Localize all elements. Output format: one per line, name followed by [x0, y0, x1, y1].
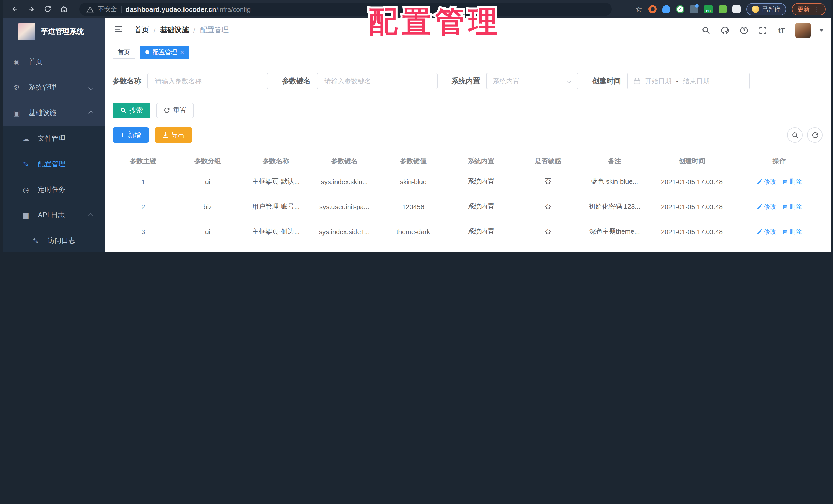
- sidebar-item-5[interactable]: ◷定时任务: [3, 177, 105, 203]
- delete-link[interactable]: 删除: [782, 177, 802, 186]
- extension-icon-gray-box[interactable]: [690, 5, 698, 13]
- param-key-input[interactable]: [324, 77, 431, 85]
- filter-form: 参数名称 参数键名 系统内置 系统内置 创建时间: [113, 73, 823, 90]
- table-cell: 否: [515, 169, 581, 194]
- delete-link-label: 删除: [789, 177, 802, 186]
- tab-label: 首页: [118, 48, 130, 56]
- search-button-label: 搜索: [129, 106, 143, 115]
- search-button[interactable]: [701, 25, 711, 35]
- chevron-up-icon: [88, 110, 93, 116]
- sidebar-item-7[interactable]: ✎访问日志: [3, 228, 105, 252]
- tab-home[interactable]: 首页: [113, 46, 135, 59]
- table-cell: xxx: [242, 244, 310, 252]
- address-bar[interactable]: 不安全 dashboard.yudao.iocoder.cn/infra/con…: [79, 3, 612, 16]
- extension-icon-green-check[interactable]: ✓: [676, 5, 684, 13]
- api-log-icon: ▤: [22, 211, 30, 219]
- breadcrumb-separator: /: [193, 26, 195, 34]
- sidebar-item-2[interactable]: ▣基础设施: [3, 100, 105, 126]
- table-cell: 否: [515, 219, 581, 244]
- table-cell: 3: [113, 219, 174, 244]
- breadcrumb-home[interactable]: 首页: [135, 26, 149, 35]
- column-header: 是否敏感: [515, 153, 581, 169]
- tags-view-bar: 首页 配置管理 ×: [105, 43, 831, 62]
- filter-label: 系统内置: [451, 76, 480, 86]
- table-cell: 系统内置: [448, 169, 515, 194]
- reset-button[interactable]: 重置: [156, 103, 194, 118]
- table-cell: 123456: [379, 194, 448, 219]
- sidebar-item-3[interactable]: ☁文件管理: [3, 126, 105, 151]
- extensions-puzzle-icon[interactable]: [733, 5, 741, 13]
- chevron-down-icon: [88, 85, 93, 90]
- sidebar-item-0[interactable]: ◉首页: [3, 49, 105, 75]
- warning-icon: [87, 6, 94, 12]
- browser-menu-dots-icon[interactable]: ⋮: [814, 6, 820, 13]
- avatar[interactable]: [795, 23, 811, 38]
- table-cell: 否: [515, 244, 581, 252]
- table-cell: 2021-01-05 17:03:48: [648, 194, 736, 219]
- column-header: 参数键名: [310, 153, 379, 169]
- delete-link[interactable]: 删除: [782, 202, 802, 211]
- sidebar-item-4[interactable]: ✎配置管理: [3, 151, 105, 177]
- edit-link-label: 修改: [764, 202, 776, 211]
- breadcrumb-current: 配置管理: [200, 26, 229, 35]
- table-cell: sys.user.init-pa...: [310, 194, 379, 219]
- extension-icon-green-dot[interactable]: [719, 5, 727, 13]
- search-submit-button[interactable]: 搜索: [113, 103, 150, 118]
- app-logo-row[interactable]: 芋道管理系统: [3, 19, 105, 45]
- column-header: 创建时间: [648, 153, 736, 169]
- chevron-down-icon[interactable]: [819, 29, 824, 31]
- extension-icon-cn-badge[interactable]: cn: [704, 5, 713, 13]
- reset-button-label: 重置: [173, 106, 186, 115]
- sidebar-item-label: 访问日志: [48, 236, 75, 246]
- breadcrumb-infra[interactable]: 基础设施: [160, 26, 189, 35]
- fullscreen-button[interactable]: [758, 25, 768, 35]
- extension-icon-orange-ring[interactable]: [648, 5, 657, 13]
- sidebar-item-label: 配置管理: [38, 159, 66, 169]
- refresh-table-button[interactable]: [807, 127, 823, 143]
- sidebar-toggle-button[interactable]: [114, 25, 125, 36]
- infrastructure-icon: ▣: [13, 109, 21, 117]
- help-button[interactable]: [739, 25, 749, 35]
- extension-icon-blue-pin[interactable]: [662, 5, 670, 13]
- browser-extensions-area: ☆ ✓ cn 已暂停 更新 ⋮: [635, 3, 826, 15]
- chevron-down-icon: [566, 78, 571, 84]
- date-range-picker[interactable]: 开始日期 - 结束日期: [627, 73, 750, 90]
- table-cell: sys.index.sideT...: [310, 219, 379, 244]
- sidebar-menu: ◉首页⚙系统管理▣基础设施☁文件管理✎配置管理◷定时任务▤API 日志✎访问日志…: [3, 49, 105, 252]
- browser-forward-button[interactable]: [25, 3, 38, 15]
- edit-link[interactable]: 修改: [757, 177, 776, 186]
- close-tab-icon[interactable]: ×: [180, 49, 184, 55]
- tab-config[interactable]: 配置管理 ×: [140, 46, 189, 59]
- delete-link[interactable]: 删除: [782, 227, 802, 236]
- column-header: 备注: [581, 153, 648, 169]
- edit-link[interactable]: 修改: [757, 227, 776, 236]
- browser-back-button[interactable]: [9, 3, 21, 15]
- filter-builtin: 系统内置 系统内置: [451, 73, 578, 90]
- table-cell: 系统内置: [448, 194, 515, 219]
- browser-home-button[interactable]: [58, 3, 70, 15]
- table-cell: 蓝色 skin-blue...: [581, 169, 648, 194]
- export-button[interactable]: 导出: [154, 127, 192, 143]
- builtin-select[interactable]: 系统内置: [486, 73, 578, 90]
- logo-image: [18, 23, 35, 41]
- browser-reload-button[interactable]: [42, 3, 54, 15]
- column-header: 参数键值: [379, 153, 448, 169]
- ops-cell: 修改删除: [736, 169, 823, 194]
- font-size-button[interactable]: tT: [777, 25, 787, 35]
- tab-label: 配置管理: [152, 48, 177, 56]
- table-cell: 1: [113, 169, 174, 194]
- sidebar-item-6[interactable]: ▤API 日志: [3, 203, 105, 228]
- profile-paused-chip[interactable]: 已暂停: [746, 3, 786, 15]
- bookmark-star-icon[interactable]: ☆: [635, 5, 643, 14]
- not-secure-label: 不安全: [98, 5, 117, 14]
- filter-param-name: 参数名称: [113, 73, 268, 90]
- chevron-up-icon: [88, 213, 93, 218]
- sidebar-item-1[interactable]: ⚙系统管理: [3, 75, 105, 100]
- toggle-search-button[interactable]: [787, 127, 803, 143]
- github-button[interactable]: [720, 25, 730, 35]
- browser-update-button[interactable]: 更新 ⋮: [792, 3, 826, 15]
- breadcrumb: 首页 / 基础设施 / 配置管理: [135, 26, 229, 35]
- add-button[interactable]: + 新增: [113, 127, 149, 143]
- param-name-input[interactable]: [154, 77, 262, 85]
- edit-link[interactable]: 修改: [757, 202, 776, 211]
